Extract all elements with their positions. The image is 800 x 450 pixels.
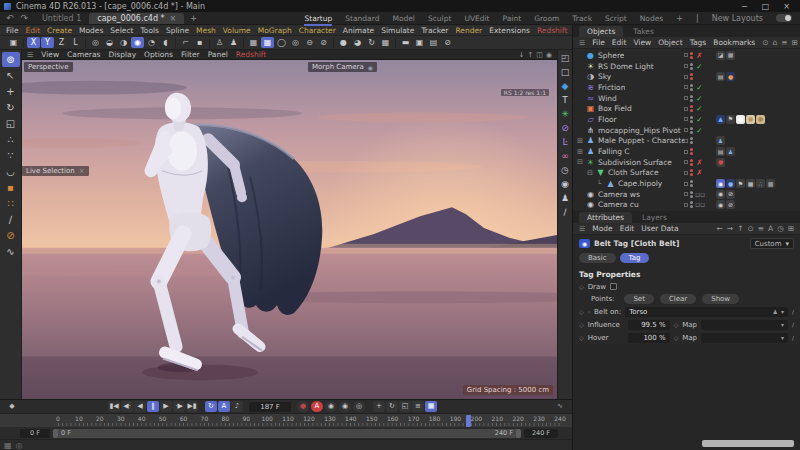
display-panel-icon[interactable]: □ [559, 66, 572, 78]
layout-tab-track[interactable]: Track [572, 13, 592, 24]
object-tag-icon[interactable]: ▦ [746, 179, 755, 188]
object-tag-icon[interactable]: ⚑ [726, 115, 735, 124]
eyedropper-icon[interactable]: ∕ [792, 334, 794, 341]
shading-lines-icon[interactable]: ◑ [117, 37, 130, 48]
layout-toggle[interactable] [776, 14, 792, 22]
layout-tab-script[interactable]: Script [605, 13, 627, 24]
expand-icon[interactable]: ⊞ [577, 137, 585, 145]
layout-tab-uvedit[interactable]: UVEdit [464, 13, 489, 24]
visibility-toggles[interactable] [684, 137, 716, 144]
menu-simulate[interactable]: Simulate [381, 26, 414, 35]
chevron-down-icon[interactable]: ▾ [781, 321, 784, 328]
menu-modes[interactable]: Modes [79, 26, 103, 35]
attributes-tab-layers[interactable]: Layers [634, 212, 675, 223]
objects-menu-view[interactable]: View [633, 38, 651, 47]
spline-tool-icon[interactable]: ∿ [2, 244, 20, 259]
enabled-state-icon[interactable]: ▫▫ [695, 190, 704, 199]
pen-edit-icon[interactable]: ∕ [559, 206, 572, 218]
menu-character[interactable]: Character [299, 26, 336, 35]
object-name[interactable]: Box Field [598, 104, 632, 113]
object-row[interactable]: ⊞♟Falling C▤♟ [573, 146, 800, 157]
menu-create[interactable]: Create [47, 26, 72, 35]
viewport-menu-panel[interactable]: Panel [208, 50, 228, 59]
tweak-points-icon[interactable]: ∴ [2, 132, 20, 147]
object-name[interactable]: Wind [598, 94, 617, 103]
isoparm-shading-icon[interactable]: ◔ [145, 37, 158, 48]
filter-icon[interactable]: ≡ [758, 224, 764, 233]
layout-tab-sculpt[interactable]: Sculpt [428, 13, 451, 24]
model-mode-icon[interactable]: ▪ [2, 180, 20, 195]
fcurve-icon[interactable]: ∿ [554, 401, 566, 412]
viewport-menu-redshift[interactable]: Redshift [236, 50, 266, 59]
object-name[interactable]: Cloth Surface [608, 168, 659, 177]
range-start-field[interactable]: 0 F [20, 429, 50, 438]
snap-off-icon[interactable]: ▦ [247, 37, 260, 48]
anim-dot-icon[interactable]: ◇ [674, 334, 679, 341]
home-icon[interactable]: ⌂ [772, 38, 777, 47]
visibility-toggles[interactable]: ✓ [684, 62, 716, 71]
text-spline-icon[interactable]: T [559, 94, 572, 106]
enabled-state-icon[interactable]: ✓ [695, 115, 704, 124]
nav-up-icon[interactable]: ↑ [737, 224, 743, 233]
object-tag-icon[interactable]: ● [716, 158, 725, 167]
menu-mograph[interactable]: MoGraph [258, 26, 292, 35]
belt-on-field[interactable]: Torso ♟ ▾ [625, 307, 788, 317]
chevron-down-icon[interactable]: ▾ [781, 308, 784, 315]
pause-icon[interactable]: ‖ [147, 401, 159, 412]
object-row[interactable]: ◉Camera ws▫▫◉⊘ [573, 189, 800, 200]
vp-split-icon[interactable]: ◫ [536, 51, 543, 59]
content-browser-icon[interactable]: ▤ [427, 37, 440, 48]
autokey-icon[interactable]: A [311, 401, 323, 412]
attributes-menu-mode[interactable]: Mode [592, 224, 612, 233]
object-tag-icon[interactable]: ■ [766, 179, 775, 188]
visibility-toggles[interactable]: ✗ [684, 158, 716, 167]
visibility-toggles[interactable]: ▫▫ [684, 190, 716, 199]
coord-system-icon[interactable]: L [69, 37, 82, 48]
menu-volume[interactable]: Volume [223, 26, 251, 35]
scale-tool-icon[interactable]: ◱ [2, 116, 20, 131]
anim-dot-icon[interactable]: ◇ [579, 334, 584, 341]
menu-redshift[interactable]: Redshift [537, 26, 567, 35]
object-row[interactable]: ◉Camera cu▫▫◉⊘ [573, 200, 800, 211]
playhead[interactable] [466, 415, 471, 427]
lock-a-icon[interactable]: ⊖ [303, 37, 316, 48]
visibility-toggles[interactable]: ✓ [684, 115, 716, 124]
stereo-view-icon[interactable]: ◖ [159, 37, 172, 48]
enabled-state-icon[interactable]: ✗ [695, 168, 704, 177]
object-name[interactable]: Friction [598, 83, 625, 92]
anim-dot-icon[interactable]: ◇ [674, 321, 679, 328]
record-pla-icon[interactable]: ▦ [425, 401, 437, 412]
history-icon[interactable]: ◷ [777, 224, 784, 233]
draw-checkbox[interactable] [610, 283, 617, 290]
menu-select[interactable]: Select [110, 26, 133, 35]
goto-end-icon[interactable]: ▶▮ [186, 401, 198, 412]
visibility-toggles[interactable] [684, 180, 716, 187]
eyedropper-icon[interactable]: ∕ [792, 321, 794, 328]
objects-menu-edit[interactable]: Edit [612, 38, 627, 47]
influence-map-field[interactable]: ▾ [701, 320, 788, 330]
object-tag-icon[interactable]: ◉ [716, 200, 725, 209]
object-tag-icon[interactable]: ∴ [756, 179, 765, 188]
deformer-icon[interactable]: ⊘ [559, 122, 572, 134]
workplane-icon[interactable]: ◒ [103, 37, 116, 48]
anim-dot-icon[interactable]: ◇ [579, 321, 584, 328]
vp-down-icon[interactable]: ↓ [519, 51, 525, 59]
team-render-icon[interactable]: ▦ [379, 37, 392, 48]
layout-tab-paint[interactable]: Paint [503, 13, 522, 24]
object-tag-icon[interactable]: ● [746, 115, 755, 124]
camera-toggle-icon[interactable]: ◉ [368, 64, 373, 71]
object-name[interactable]: Male Puppet - Character [598, 136, 684, 145]
character-tool-icon[interactable]: ♟ [559, 192, 572, 204]
play-icon[interactable]: ▶ [160, 401, 172, 412]
goto-start-icon[interactable]: ▮◀ [108, 401, 120, 412]
object-tag-icon[interactable]: ▤ [716, 72, 725, 81]
coordinates-manager-icon[interactable]: ⊘ [441, 37, 454, 48]
show-button[interactable]: Show [702, 294, 739, 304]
tweak-multi-icon[interactable]: ∵ [2, 148, 20, 163]
attributes-tab-attributes[interactable]: Attributes [579, 212, 632, 223]
object-tag-icon[interactable]: ● [756, 115, 765, 124]
layout-tab-nodes[interactable]: Nodes [640, 13, 663, 24]
visibility-toggles[interactable]: ✗ [684, 168, 716, 177]
camera-tool-icon[interactable]: ◉ [559, 178, 572, 190]
object-row[interactable]: ⋔mocapping_Hips Pivot✓ [573, 125, 800, 136]
